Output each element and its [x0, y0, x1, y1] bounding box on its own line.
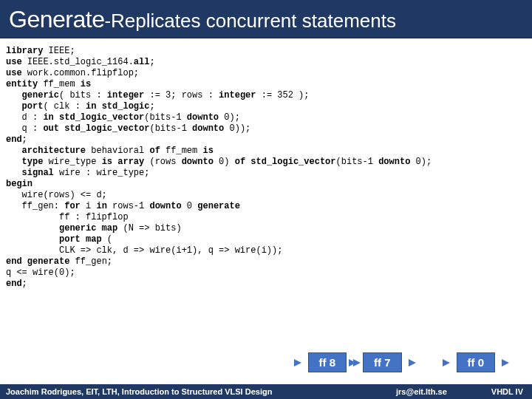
arrow-icon [349, 359, 356, 366]
ff-label: ff 8 [319, 356, 336, 369]
footer-bar: Joachim Rodrigues, EIT, LTH, Introductio… [0, 384, 532, 399]
arrow-icon [502, 359, 509, 366]
title-bar: Generate-Replicates concurrent statement… [0, 0, 532, 38]
code-block: library IEEE; use IEEE.std_logic_1164.al… [0, 38, 532, 293]
footer-section: VHDL IV [491, 387, 523, 396]
arrow-icon [443, 359, 450, 366]
flipflop-diagram: ff 8 ff 7 ff 0 [308, 352, 496, 372]
title-main: Generate [9, 6, 104, 33]
footer-email: jrs@eit.lth.se [396, 387, 447, 396]
ff-box-0: ff 0 [457, 352, 496, 372]
title-sub: -Replicates concurrent statements [104, 10, 396, 32]
ff-box-7: ff 7 [363, 352, 402, 372]
footer-author: Joachim Rodrigues, EIT, LTH, Introductio… [6, 387, 272, 396]
ff-label: ff 0 [468, 356, 485, 369]
ff-box-8: ff 8 [308, 352, 347, 372]
ff-label: ff 7 [374, 356, 391, 369]
arrow-icon [409, 359, 416, 366]
arrow-icon [294, 359, 301, 366]
